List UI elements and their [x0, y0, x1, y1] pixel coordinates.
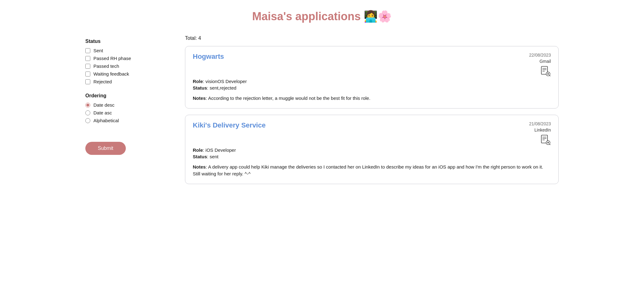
filter-waiting-feedback[interactable]: Waiting feedback — [85, 71, 173, 76]
filter-sent-checkbox[interactable] — [85, 48, 90, 53]
card-notes-1: Notes: According to the rejection letter… — [193, 95, 551, 102]
card-notes-2: Notes: A delivery app could help Kiki ma… — [193, 164, 551, 178]
view-icon-2[interactable] — [540, 134, 551, 145]
card-date-2: 21/08/2023 — [529, 121, 551, 126]
svg-line-6 — [550, 75, 551, 76]
filter-waiting-feedback-checkbox[interactable] — [85, 72, 90, 76]
card-meta-1: 22/08/2023 Gmail — [529, 53, 551, 76]
view-icon-1[interactable] — [540, 65, 551, 76]
filter-sent-label: Sent — [93, 48, 103, 53]
filter-waiting-feedback-label: Waiting feedback — [93, 71, 129, 76]
filter-passed-rh-checkbox[interactable] — [85, 56, 90, 61]
card-header-1: Hogwarts 22/08/2023 Gmail — [193, 53, 551, 76]
application-card-2: Kiki's Delivery Service 21/08/2023 Linke… — [185, 115, 559, 184]
order-date-desc[interactable]: Date desc — [85, 102, 173, 108]
order-date-desc-label: Date desc — [93, 102, 115, 108]
card-role-2: Role: iOS Developer — [193, 147, 551, 153]
filter-passed-tech[interactable]: Passed tech — [85, 63, 173, 69]
card-header-2: Kiki's Delivery Service 21/08/2023 Linke… — [193, 121, 551, 145]
filter-rejected-checkbox[interactable] — [85, 79, 90, 84]
svg-point-5 — [547, 73, 549, 75]
order-date-desc-radio[interactable] — [85, 103, 90, 108]
order-date-asc-radio[interactable] — [85, 110, 90, 115]
card-date-1: 22/08/2023 — [529, 53, 551, 58]
ordering-section: Ordering Date desc Date asc Alphabetical — [85, 93, 173, 123]
card-role-1: Role: visionOS Developer — [193, 79, 551, 84]
order-date-asc[interactable]: Date asc — [85, 110, 173, 115]
card-status-2: Status: sent — [193, 154, 551, 159]
status-filter-section: Status Sent Passed RH phase Passed tech … — [85, 39, 173, 84]
company-name-1: Hogwarts — [193, 53, 224, 61]
application-card-1: Hogwarts 22/08/2023 Gmail R — [185, 46, 559, 109]
order-alphabetical[interactable]: Alphabetical — [85, 118, 173, 123]
filter-sent[interactable]: Sent — [85, 48, 173, 53]
order-alphabetical-radio[interactable] — [85, 118, 90, 123]
ordering-section-label: Ordering — [85, 93, 173, 99]
submit-button[interactable]: Submit — [85, 142, 126, 155]
card-meta-2: 21/08/2023 LinkedIn — [529, 121, 551, 145]
order-date-asc-label: Date asc — [93, 110, 112, 115]
filter-passed-rh-label: Passed RH phase — [93, 56, 131, 61]
total-count: Total: 4 — [185, 35, 559, 41]
card-status-1: Status: sent,rejected — [193, 85, 551, 90]
applications-content: Total: 4 Hogwarts 22/08/2023 Gmail — [185, 35, 559, 190]
svg-point-12 — [547, 142, 549, 143]
card-source-2: LinkedIn — [534, 128, 551, 132]
status-section-label: Status — [85, 39, 173, 44]
filter-passed-tech-label: Passed tech — [93, 63, 119, 69]
sidebar: Status Sent Passed RH phase Passed tech … — [85, 35, 173, 190]
card-source-1: Gmail — [539, 59, 551, 64]
svg-line-13 — [550, 144, 551, 145]
filter-rejected-label: Rejected — [93, 79, 112, 84]
order-alphabetical-label: Alphabetical — [93, 118, 119, 123]
page-title: Maisa's applications 👩‍💻🌸 — [0, 0, 644, 29]
filter-passed-tech-checkbox[interactable] — [85, 64, 90, 69]
company-name-2: Kiki's Delivery Service — [193, 121, 266, 129]
filter-rejected[interactable]: Rejected — [85, 79, 173, 84]
filter-passed-rh[interactable]: Passed RH phase — [85, 56, 173, 61]
